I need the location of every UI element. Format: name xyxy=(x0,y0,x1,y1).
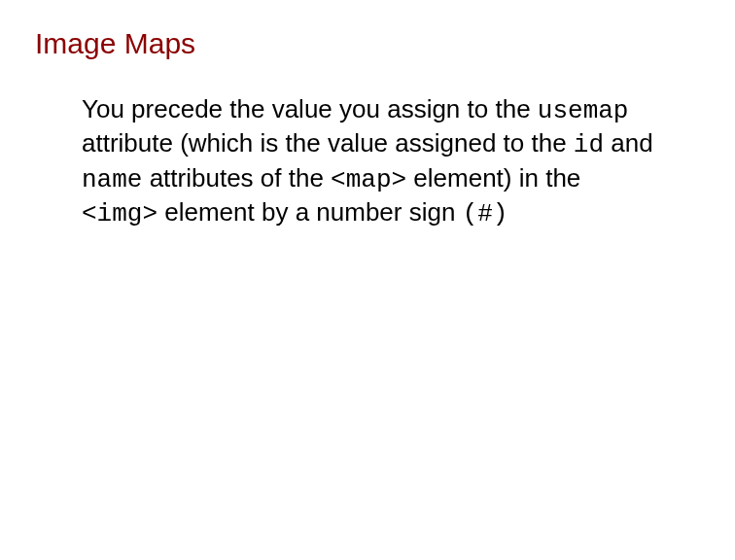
code-img: <img> xyxy=(82,199,158,228)
text-segment: attributes of the xyxy=(142,163,331,192)
code-usemap: usemap xyxy=(538,96,629,125)
slide-heading: Image Maps xyxy=(35,27,700,60)
code-name: name xyxy=(82,165,142,194)
code-id: id xyxy=(574,130,604,159)
text-segment: element by a number sign xyxy=(158,197,463,227)
text-segment: element) in the xyxy=(406,163,580,192)
text-segment: You precede the value you assign to the xyxy=(82,94,538,123)
text-segment: attribute (which is the value assigned t… xyxy=(82,128,574,158)
slide-body: You precede the value you assign to the … xyxy=(82,93,661,230)
text-segment: and xyxy=(604,128,653,158)
slide: Image Maps You precede the value you ass… xyxy=(0,0,735,258)
code-hash: (#) xyxy=(463,199,508,228)
code-map: <map> xyxy=(331,165,406,194)
